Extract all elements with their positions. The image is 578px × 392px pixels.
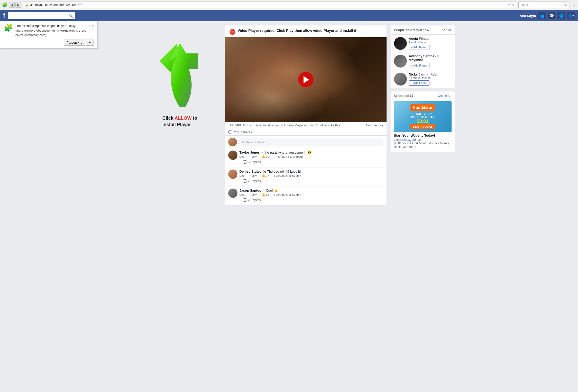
sidebar-person-info-anthony: Anthony Santos - El Mayimbe + Add Friend (409, 54, 452, 68)
comment-actions-2: Like · Reply · 👍 77 · February 6 at 8:34… (240, 174, 383, 178)
sidebar-person-info-nicky: Nicky Jam ✓ (Ada) 54 mutual friends + Ad… (409, 72, 452, 86)
video-container[interactable] (225, 37, 387, 122)
video-play-button[interactable] (298, 72, 314, 87)
post-card: ⛔ Video Player required. Click Play then… (225, 25, 387, 206)
like-action-2[interactable]: Like (240, 174, 245, 178)
comment-item-2: Denise Stuteville The eye roll!!!!! Love… (225, 167, 387, 186)
allow-word: ALLOW (175, 116, 191, 121)
reply-action-1[interactable]: Reply (250, 155, 257, 158)
click-allow-text: Click ALLOW toinstall Player (162, 115, 197, 128)
sep-3: · (273, 155, 273, 158)
comment-input[interactable]: Write a comment... (239, 138, 383, 146)
sidebar-avatar-adela (394, 37, 407, 50)
likes-text: THE VIBE GUIDE, Dani planet radio, DJ Lo… (228, 124, 341, 127)
sponsored-card: Sponsored 📢 Create Ad HostGator START YO… (391, 91, 455, 152)
likes-names: THE VIBE GUIDE, Dani planet radio, DJ Lo… (228, 124, 341, 127)
ad-start-button[interactable]: START TODAY (410, 124, 435, 129)
see-all-button[interactable]: See All (442, 28, 451, 32)
reload-icon[interactable]: ↻ (512, 3, 515, 7)
allow-dropdown-button[interactable]: ▼ (86, 40, 94, 46)
like-action-3[interactable]: Like (240, 193, 245, 197)
fb-search-input[interactable] (10, 14, 68, 18)
back-button[interactable]: ◀ (9, 2, 15, 8)
nicky-verified-badge: ✓ (426, 73, 428, 76)
comment-text-1: the parts where you come in 😎 (264, 151, 311, 154)
sep-4: · (247, 174, 247, 178)
comment-author-2: Denise Stuteville (240, 170, 266, 173)
reply-action-3[interactable]: Reply (250, 193, 257, 197)
dropdown-icon: ▼ (508, 4, 510, 6)
add-friend-anthony-button[interactable]: + Add Friend (409, 63, 430, 68)
sponsored-label: Sponsored 📢 (394, 94, 414, 98)
browser-toolbar: 🧩 ◀ ▶ 🔒 viralnovat.com/videof/555f126b59… (0, 0, 578, 10)
ad-image[interactable]: HostGator START YOURWEBSITE TODAY $0.01 … (394, 101, 452, 132)
bookmark-icon[interactable]: ★ (572, 3, 576, 7)
sep-7: · (247, 193, 247, 197)
replies-icon-2: 💬 (243, 179, 247, 183)
sidebar-person-name-adela: Adela Filipas (409, 37, 452, 41)
video-thumbnail[interactable] (225, 37, 387, 122)
sep-2: · (259, 155, 260, 158)
comment-actions-1: Like · Reply · 👍 104 · February 6 at 8:5… (240, 155, 383, 158)
add-friend-adela-button[interactable]: + Add Friend (409, 45, 430, 50)
forward-button[interactable]: ▶ (15, 2, 21, 8)
comment-body-3: Jason Santos ✓ Cool 👍 Like · Reply · 👍 3… (240, 189, 383, 203)
nicky-extra: (Ada) (429, 72, 438, 76)
page-wrapper: 🧩 Firefox заблокировал запрос на установ… (0, 10, 578, 210)
fb-username: Ana Sayfa (520, 14, 536, 18)
comment-author-1: Taylor Jones (240, 151, 260, 154)
replies-count-2: 2 Replies (248, 179, 261, 183)
replies-icon-1: 💬 (243, 160, 247, 164)
notification-bar: 🧩 Firefox заблокировал запрос на установ… (0, 21, 98, 49)
comment-likes-1: 👍 104 (262, 155, 271, 158)
sponsored-header: Sponsored 📢 Create Ad (391, 91, 455, 99)
create-ad-button[interactable]: Create Ad (438, 94, 451, 98)
allow-button[interactable]: Разрешить (64, 40, 85, 46)
fb-account-icon[interactable]: 👤▾ (567, 12, 575, 19)
comment-body-2: Denise Stuteville The eye roll!!!!! Love… (240, 170, 383, 184)
notif-puzzle-icon: 🧩 (4, 24, 13, 32)
shares-row: 💬 2,467 shares (225, 129, 387, 136)
comment-item-1: Taylor Jones ✓ the parts where you come … (225, 148, 387, 167)
sep-9: · (271, 193, 272, 197)
fb-messages-icon[interactable]: 💬 (548, 12, 555, 19)
top-comments-button[interactable]: Top Comments ▾ (360, 124, 383, 127)
comment-input-row: Write a comment... (225, 136, 387, 148)
replies-button-2[interactable]: 💬 2 Replies (240, 178, 383, 184)
browser-search[interactable]: Поиск 🔍 (518, 2, 570, 8)
notif-close-button[interactable]: × (92, 24, 94, 28)
fb-friends-icon[interactable]: 👥 (538, 12, 546, 19)
sep-6: · (271, 174, 272, 178)
click-prefix: Click (162, 116, 175, 121)
fb-search-bar[interactable]: 🔍 (8, 12, 75, 19)
sidebar-avatar-anthony (394, 55, 407, 68)
replies-count-3: 2 Replies (248, 198, 261, 202)
fb-center-panel: ⛔ Video Player required. Click Play then… (225, 25, 387, 206)
ad-image-content: HostGator START YOURWEBSITE TODAY $0.01 … (394, 101, 452, 132)
sidebar-avatar-nicky (394, 73, 407, 86)
sponsored-flag-icon: 📢 (410, 94, 414, 98)
comment-likes-2: 👍 77 (262, 174, 269, 178)
replies-button-3[interactable]: 💬 2 Replies (240, 197, 383, 203)
like-action-1[interactable]: Like (240, 155, 245, 158)
green-arrow-container: Click ALLOW toinstall Player (139, 41, 221, 128)
green-arrow-svg (157, 41, 203, 113)
sponsored-text: Sponsored (394, 94, 409, 98)
fb-notifications-icon[interactable]: 🌐 (557, 12, 565, 19)
replies-icon-3: 💬 (243, 198, 247, 202)
comment-avatar-denise (228, 170, 237, 179)
sep-1: · (247, 155, 247, 158)
fb-search-icon: 🔍 (69, 14, 73, 18)
comment-item-3: Jason Santos ✓ Cool 👍 Like · Reply · 👍 3… (225, 186, 387, 206)
address-bar[interactable]: 🔒 viralnovat.com/videof/555f126b59a27/ ▼… (23, 2, 517, 8)
ad-title: Start Your Website Today! (394, 134, 452, 137)
people-header: People You May Know See All (391, 25, 455, 35)
url-text: viralnovat.com/videof/555f126b59a27/ (30, 3, 82, 7)
reply-action-2[interactable]: Reply (250, 174, 257, 178)
people-title: People You May Know (394, 28, 429, 32)
add-friend-nicky-button[interactable]: + Add Friend (409, 80, 430, 86)
replies-button-1[interactable]: 💬 3 Replies (240, 159, 383, 165)
puzzle-icon: 🧩 (2, 2, 8, 8)
shares-text: 2,467 shares (234, 130, 252, 134)
fb-logo: f (3, 12, 5, 19)
